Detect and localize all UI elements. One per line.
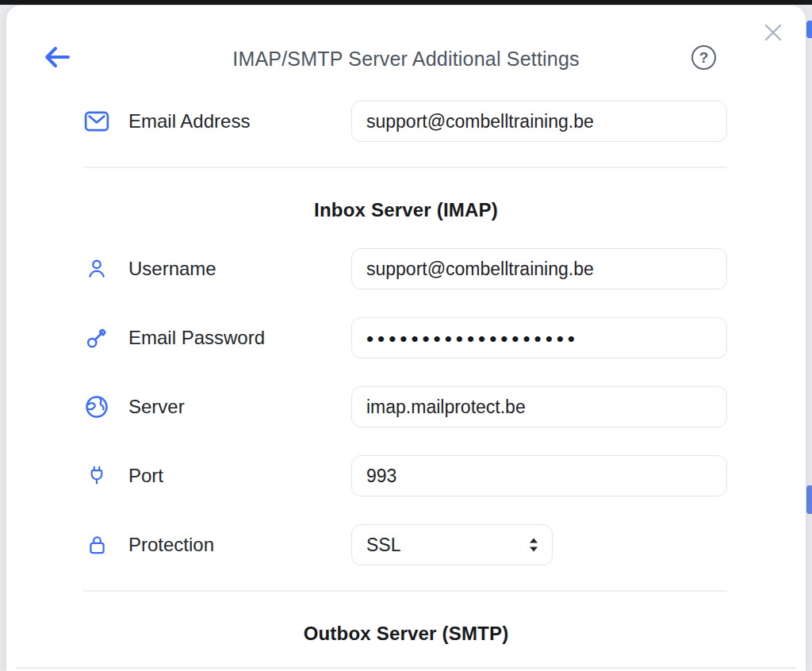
- plug-icon: [82, 464, 111, 488]
- server-label: Server: [128, 396, 351, 418]
- lock-icon: [82, 533, 111, 557]
- select-arrows-icon: [527, 536, 540, 554]
- settings-dialog: IMAP/SMTP Server Additional Settings ? E…: [6, 6, 806, 671]
- email-address-input[interactable]: [351, 101, 727, 142]
- field-row-username: Username: [82, 248, 727, 289]
- background-artifact: [806, 21, 812, 38]
- username-label: Username: [128, 258, 351, 280]
- section-divider: [16, 667, 796, 669]
- port-label: Port: [128, 465, 351, 487]
- smtp-section-heading: Outbox Server (SMTP): [6, 623, 806, 646]
- field-row-password: Email Password: [82, 317, 727, 359]
- field-row-email: Email Address: [82, 101, 727, 142]
- key-icon: [82, 326, 111, 350]
- top-edge-bar: [0, 0, 812, 5]
- protection-selected-value: SSL: [366, 535, 400, 556]
- email-password-input[interactable]: [351, 317, 727, 359]
- user-icon: [82, 257, 111, 281]
- server-input[interactable]: [351, 386, 727, 428]
- background-artifact: [806, 485, 812, 514]
- port-input[interactable]: [351, 455, 727, 497]
- email-address-label: Email Address: [128, 110, 351, 132]
- field-row-server: Server: [82, 386, 727, 428]
- email-password-label: Email Password: [128, 327, 351, 349]
- globe-icon: [82, 395, 111, 419]
- protection-label: Protection: [128, 534, 351, 556]
- field-row-port: Port: [82, 455, 727, 497]
- field-row-protection: Protection SSL: [82, 524, 727, 566]
- username-input[interactable]: [351, 248, 727, 289]
- section-divider: [82, 167, 727, 168]
- protection-select[interactable]: SSL: [351, 524, 553, 566]
- section-divider: [82, 590, 727, 592]
- imap-section-heading: Inbox Server (IMAP): [6, 199, 806, 222]
- envelope-icon: [82, 110, 111, 132]
- settings-form: Email Address Inbox Server (IMAP) Userna…: [6, 6, 806, 669]
